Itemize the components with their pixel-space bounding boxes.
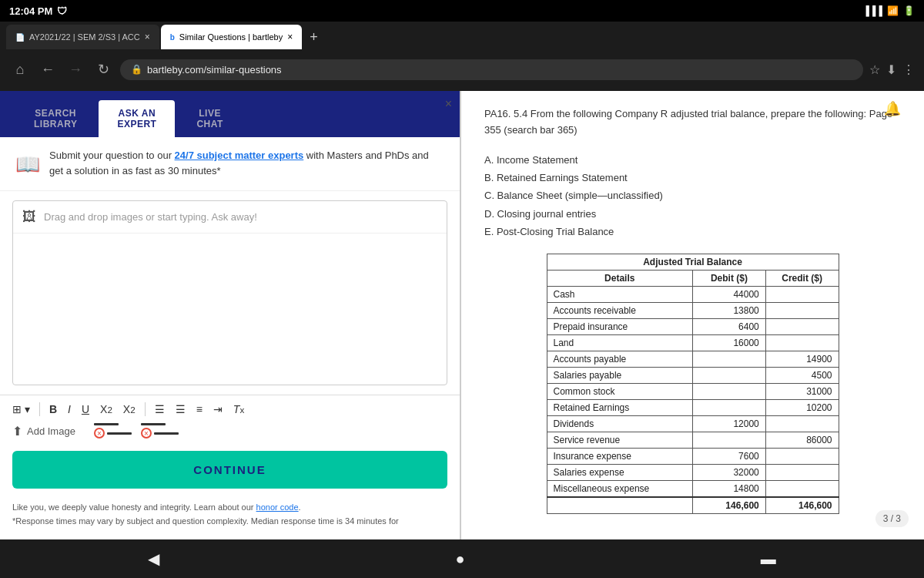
continue-button[interactable]: CONTINUE xyxy=(12,451,447,489)
toolbar-sep-1 xyxy=(39,402,40,416)
tab-search-library[interactable]: SEARCH LIBRARY xyxy=(15,100,95,137)
table-row: Cash44000 xyxy=(547,286,839,302)
alert-icon: 🔔 xyxy=(884,100,901,117)
image-placeholder-icon: 🖼 xyxy=(22,209,36,225)
toolbar-underline[interactable]: U xyxy=(79,402,92,417)
format-area: ⬆ Add Image × × xyxy=(12,423,447,439)
menu-icon[interactable]: ⋮ xyxy=(902,62,915,77)
row-debit-4 xyxy=(693,351,766,367)
col-debit: Debit ($) xyxy=(693,270,766,286)
add-image-button[interactable]: ⬆ Add Image xyxy=(12,424,75,439)
expert-text: Submit your question to our 24/7 subject… xyxy=(49,148,444,178)
option-b: B. Retained Earnings Statement xyxy=(484,169,901,187)
table-row: Prepaid insurance6400 xyxy=(547,318,839,334)
adjusted-trial-balance-table: Adjusted Trial Balance Details Debit ($)… xyxy=(547,254,839,514)
bottom-nav: ◀ ● ▬ xyxy=(0,539,924,578)
row-label-9: Service revenue xyxy=(547,432,693,448)
tab-1[interactable]: 📄 AY2021/22 | SEM 2/S3 | ACC × xyxy=(6,25,159,49)
question-body[interactable] xyxy=(13,234,447,385)
table-row: Accounts receivable13800 xyxy=(547,302,839,318)
toolbar-superscript[interactable]: X2 xyxy=(97,402,116,417)
question-title: PA16. 5.4 From the following Company R a… xyxy=(484,106,901,139)
row-debit-6 xyxy=(693,383,766,399)
question-area[interactable]: 🖼 Drag and drop images or start typing. … xyxy=(12,200,447,385)
toolbar-subscript[interactable]: X2 xyxy=(120,402,139,417)
row-label-7: Retained Earnings xyxy=(547,399,693,415)
row-credit-11 xyxy=(765,464,839,480)
tab-live-chat[interactable]: LIVE CHAT xyxy=(178,100,241,137)
format-icon-1: × xyxy=(94,423,132,439)
tab-ask-expert[interactable]: ASK AN EXPERT xyxy=(99,100,175,137)
row-label-8: Dividends xyxy=(547,415,693,432)
expert-link[interactable]: 24/7 subject matter experts xyxy=(175,150,304,161)
upload-icon: ⬆ xyxy=(12,424,22,439)
address-bar: ⌂ ← → ↻ 🔒 bartleby.com/similar-questions… xyxy=(0,52,924,86)
table-row: Accounts payable14900 xyxy=(547,351,839,367)
menu-button[interactable]: ▬ xyxy=(742,544,795,574)
table-row: Insurance expense7600 xyxy=(547,448,839,464)
back-nav-button[interactable]: ← xyxy=(37,62,59,78)
total-credit: 146,600 xyxy=(765,497,839,514)
atb-table-wrapper: Adjusted Trial Balance Details Debit ($)… xyxy=(484,254,901,514)
row-credit-0 xyxy=(765,286,839,302)
back-button[interactable]: ◀ xyxy=(129,543,178,574)
row-credit-10 xyxy=(765,448,839,464)
battery-icon: 🔋 xyxy=(903,5,915,16)
toolbar-align[interactable]: ≡ xyxy=(193,402,206,417)
toolbar-indent[interactable]: ⇥ xyxy=(210,402,226,417)
row-credit-3 xyxy=(765,334,839,351)
forward-nav-button[interactable]: → xyxy=(65,62,86,78)
table-row: Miscellaneous expense14800 xyxy=(547,480,839,497)
toolbar-bold[interactable]: B xyxy=(46,402,60,417)
toolbar-unordered-list[interactable]: ☰ xyxy=(152,402,168,417)
toolbar-sep-2 xyxy=(145,402,146,416)
shield-icon: 🛡 xyxy=(57,5,67,17)
option-a: A. Income Statement xyxy=(484,151,901,169)
address-actions: ☆ ⬇ ⋮ xyxy=(869,62,915,77)
row-debit-8: 12000 xyxy=(693,415,766,432)
tab-2-close[interactable]: × xyxy=(287,32,293,42)
toolbar-ordered-list[interactable]: ☰ xyxy=(172,402,189,417)
tab-2-title: Similar Questions | bartleby xyxy=(179,32,283,42)
row-debit-5 xyxy=(693,367,766,383)
row-debit-11: 32000 xyxy=(693,464,766,480)
lock-icon: 🔒 xyxy=(131,64,142,75)
book-icon: 📖 xyxy=(15,150,40,180)
total-label xyxy=(547,497,693,514)
close-button[interactable]: × xyxy=(445,97,452,111)
tabs-bar: 📄 AY2021/22 | SEM 2/S3 | ACC × b Similar… xyxy=(0,22,924,52)
honor-code-link[interactable]: honor code xyxy=(256,502,299,512)
tab-2[interactable]: b Similar Questions | bartleby × xyxy=(161,25,302,49)
toolbar-table[interactable]: ⊞ ▾ xyxy=(9,402,33,417)
table-row: Salaries expense32000 xyxy=(547,464,839,480)
refresh-nav-button[interactable]: ↻ xyxy=(92,61,114,78)
status-bar: 12:04 PM 🛡 ▐▐▐ 📶 🔋 xyxy=(0,0,924,22)
page-indicator: 3 / 3 xyxy=(875,510,909,527)
star-icon[interactable]: ☆ xyxy=(869,62,880,77)
table-row: Common stock31000 xyxy=(547,383,839,399)
tab-2-favicon: b xyxy=(170,33,175,42)
editor-toolbar: ⊞ ▾ B I U X2 X2 ☰ ☰ ≡ ⇥ Tx xyxy=(0,395,460,423)
row-label-1: Accounts receivable xyxy=(547,302,693,318)
row-credit-6: 31000 xyxy=(765,383,839,399)
time-display: 12:04 PM xyxy=(9,5,52,17)
address-field[interactable]: 🔒 bartleby.com/similar-questions xyxy=(120,59,863,80)
toolbar-clear-format[interactable]: Tx xyxy=(230,402,247,417)
table-title: Adjusted Trial Balance xyxy=(547,254,839,270)
doc-options: A. Income Statement B. Retained Earnings… xyxy=(484,151,901,241)
home-nav-button[interactable]: ⌂ xyxy=(9,62,31,78)
col-credit: Credit ($) xyxy=(765,270,839,286)
footer-line1: Like you, we deeply value honesty and in… xyxy=(12,502,256,512)
toolbar-italic[interactable]: I xyxy=(65,402,74,417)
row-debit-10: 7600 xyxy=(693,448,766,464)
new-tab-button[interactable]: + xyxy=(303,29,324,45)
download-icon[interactable]: ⬇ xyxy=(886,62,896,77)
row-debit-3: 16000 xyxy=(693,334,766,351)
home-button[interactable]: ● xyxy=(437,544,483,574)
total-debit: 146,600 xyxy=(693,497,766,514)
option-e: E. Post-Closing Trial Balance xyxy=(484,223,901,240)
tab-1-close[interactable]: × xyxy=(145,32,150,42)
main-content: × SEARCH LIBRARY ASK AN EXPERT LIVE CHAT… xyxy=(0,91,924,539)
add-image-label: Add Image xyxy=(27,425,75,437)
row-label-2: Prepaid insurance xyxy=(547,318,693,334)
